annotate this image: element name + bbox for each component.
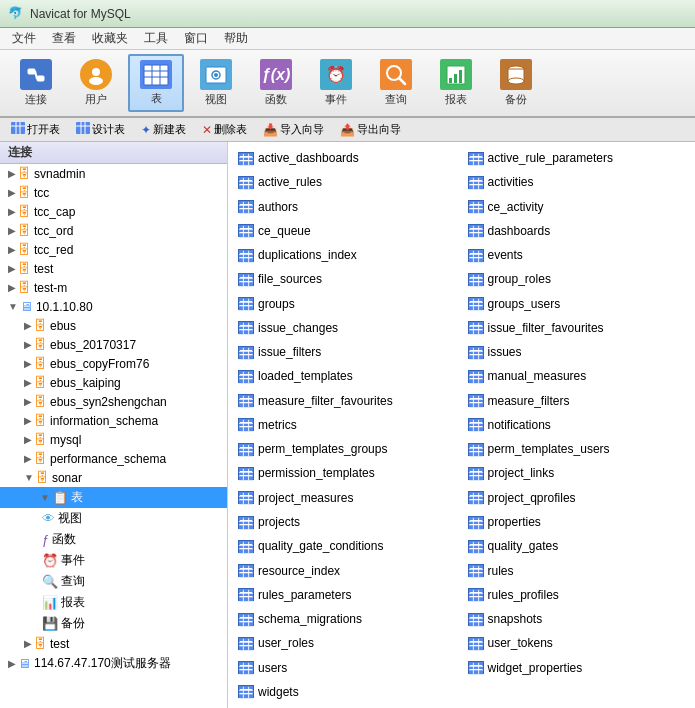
tree-item[interactable]: ▼ 🖥10.1.10.80: [0, 297, 227, 316]
table-item[interactable]: authors: [232, 195, 462, 219]
menu-item-文件[interactable]: 文件: [4, 28, 44, 49]
table-item[interactable]: perm_templates_users: [462, 437, 692, 461]
table-item[interactable]: measure_filters: [462, 389, 692, 413]
table-item[interactable]: notifications: [462, 413, 692, 437]
tree-item[interactable]: ▶ 🗄tcc: [0, 183, 227, 202]
table-item[interactable]: issues: [462, 340, 692, 364]
table-item[interactable]: quality_gates: [462, 534, 692, 558]
tree-item[interactable]: ▶ 🗄tcc_red: [0, 240, 227, 259]
table-item[interactable]: issue_filters: [232, 340, 462, 364]
table-item[interactable]: group_roles: [462, 267, 692, 291]
tree-item[interactable]: 💾备份: [0, 613, 227, 634]
tree-item[interactable]: ▶ 🗄test: [0, 634, 227, 653]
menu-item-工具[interactable]: 工具: [136, 28, 176, 49]
table-item[interactable]: rules_parameters: [232, 583, 462, 607]
tree-item[interactable]: ▶ 🗄ebus_kaiping: [0, 373, 227, 392]
tree-item[interactable]: ▶ 🗄test: [0, 259, 227, 278]
table-item[interactable]: active_rule_parameters: [462, 146, 692, 170]
tree-item[interactable]: ▶ 🗄ebus_copyFrom76: [0, 354, 227, 373]
table-item[interactable]: rules_profiles: [462, 583, 692, 607]
table-item[interactable]: dashboards: [462, 219, 692, 243]
menu-item-窗口[interactable]: 窗口: [176, 28, 216, 49]
tree-item[interactable]: ⏰事件: [0, 550, 227, 571]
table-item[interactable]: widget_properties: [462, 655, 692, 679]
action-btn-设计表[interactable]: 设计表: [69, 119, 132, 140]
tree-item[interactable]: ▶ 🗄svnadmin: [0, 164, 227, 183]
table-item[interactable]: metrics: [232, 413, 462, 437]
table-item[interactable]: properties: [462, 510, 692, 534]
table-item[interactable]: resource_index: [232, 558, 462, 582]
toolbar-btn-视图[interactable]: 视图: [188, 54, 244, 112]
table-item[interactable]: duplications_index: [232, 243, 462, 267]
table-item[interactable]: activities: [462, 170, 692, 194]
toolbar-btn-用户[interactable]: 用户: [68, 54, 124, 112]
tree-item[interactable]: ▶ 🗄ebus_syn2shengchan: [0, 392, 227, 411]
table-item[interactable]: file_sources: [232, 267, 462, 291]
action-btn-导入向导[interactable]: 📥导入向导: [256, 119, 331, 140]
table-item[interactable]: widgets: [232, 680, 462, 704]
table-item[interactable]: user_roles: [232, 631, 462, 655]
tree-item[interactable]: ▶ 🗄information_schema: [0, 411, 227, 430]
tree-item[interactable]: 🔍查询: [0, 571, 227, 592]
tree-item[interactable]: ▶ 🗄mysql: [0, 430, 227, 449]
table-item[interactable]: project_measures: [232, 486, 462, 510]
table-item[interactable]: loaded_templates: [232, 364, 462, 388]
table-item[interactable]: users: [232, 655, 462, 679]
table-item[interactable]: rules: [462, 558, 692, 582]
tree-node-icon: 🗄: [34, 356, 47, 371]
toolbar-btn-备份[interactable]: 备份: [488, 54, 544, 112]
tree-item[interactable]: ▶ 🗄ebus: [0, 316, 227, 335]
table-item[interactable]: measure_filter_favourites: [232, 389, 462, 413]
tree-item[interactable]: ▶ 🖥114.67.47.170测试服务器: [0, 653, 227, 674]
tree-item[interactable]: ▼ 🗄sonar: [0, 468, 227, 487]
svg-rect-45: [469, 178, 483, 189]
table-item[interactable]: project_links: [462, 461, 692, 485]
table-item[interactable]: snapshots: [462, 607, 692, 631]
tree-item[interactable]: ƒ函数: [0, 529, 227, 550]
toolbar-btn-label: 用户: [85, 92, 107, 107]
table-item[interactable]: projects: [232, 510, 462, 534]
table-item[interactable]: schema_migrations: [232, 607, 462, 631]
menu-item-帮助[interactable]: 帮助: [216, 28, 256, 49]
tree-item[interactable]: ▼ 📋表: [0, 487, 227, 508]
tree-item[interactable]: 📊报表: [0, 592, 227, 613]
table-item[interactable]: manual_measures: [462, 364, 692, 388]
table-item[interactable]: quality_gate_conditions: [232, 534, 462, 558]
menu-item-查看[interactable]: 查看: [44, 28, 84, 49]
tree-item[interactable]: ▶ 🗄tcc_ord: [0, 221, 227, 240]
action-btn-删除表[interactable]: ✕删除表: [195, 119, 254, 140]
tree-item[interactable]: ▶ 🗄test-m: [0, 278, 227, 297]
table-item[interactable]: user_tokens: [462, 631, 692, 655]
table-item[interactable]: issue_filter_favourites: [462, 316, 692, 340]
table-item[interactable]: groups: [232, 292, 462, 316]
action-btn-新建表[interactable]: ✦新建表: [134, 119, 193, 140]
toolbar-btn-函数[interactable]: ƒ(x)函数: [248, 54, 304, 112]
menu-item-收藏夹[interactable]: 收藏夹: [84, 28, 136, 49]
table-item[interactable]: perm_templates_groups: [232, 437, 462, 461]
toolbar-btn-表[interactable]: 表: [128, 54, 184, 112]
tree-item[interactable]: 👁视图: [0, 508, 227, 529]
table-item[interactable]: project_qprofiles: [462, 486, 692, 510]
action-icon-新建表: ✦: [141, 123, 151, 137]
tree-item[interactable]: ▶ 🗄performance_schema: [0, 449, 227, 468]
table-item[interactable]: issue_changes: [232, 316, 462, 340]
toolbar-btn-事件[interactable]: ⏰事件: [308, 54, 364, 112]
action-btn-打开表[interactable]: 打开表: [4, 119, 67, 140]
toolbar-btn-查询[interactable]: 查询: [368, 54, 424, 112]
action-btn-导出向导[interactable]: 📤导出向导: [333, 119, 408, 140]
table-item[interactable]: groups_users: [462, 292, 692, 316]
table-item[interactable]: ce_queue: [232, 219, 462, 243]
table-item[interactable]: permission_templates: [232, 461, 462, 485]
tree-area[interactable]: ▶ 🗄svnadmin▶ 🗄tcc▶ 🗄tcc_cap▶ 🗄tcc_ord▶ 🗄…: [0, 164, 227, 708]
table-item[interactable]: active_dashboards: [232, 146, 462, 170]
toolbar-btn-报表[interactable]: 报表: [428, 54, 484, 112]
table-item[interactable]: active_rules: [232, 170, 462, 194]
table-name: project_measures: [258, 491, 353, 505]
tree-item[interactable]: ▶ 🗄ebus_20170317: [0, 335, 227, 354]
expand-arrow: ▶: [24, 434, 32, 445]
tree-item[interactable]: ▶ 🗄tcc_cap: [0, 202, 227, 221]
table-item[interactable]: events: [462, 243, 692, 267]
table-item[interactable]: ce_activity: [462, 195, 692, 219]
table-name: activities: [488, 175, 534, 189]
toolbar-btn-连接[interactable]: 连接: [8, 54, 64, 112]
